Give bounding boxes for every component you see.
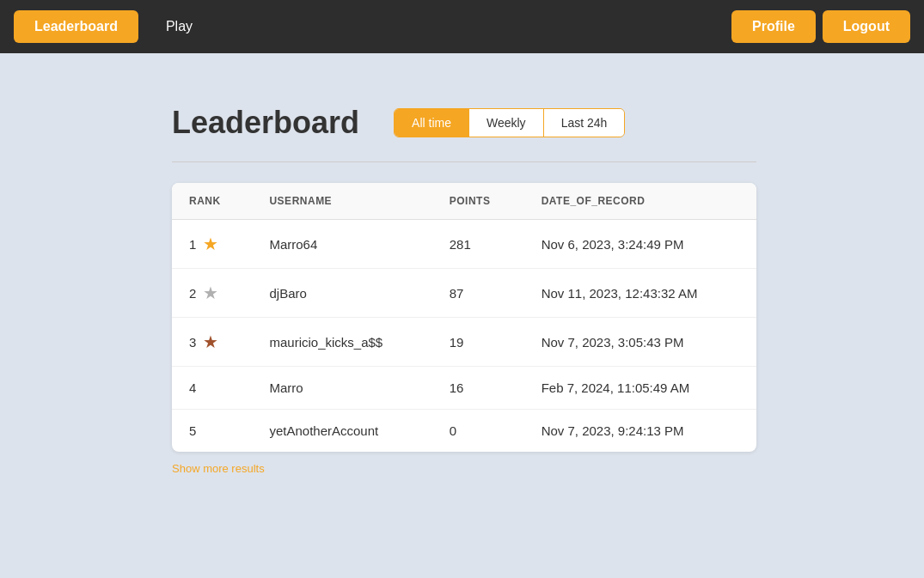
rank-number: 4 <box>189 380 196 395</box>
table-body: 1 ★ Marro64 281 Nov 6, 2023, 3:24:49 PM … <box>172 220 756 453</box>
cell-username: djBaro <box>252 269 431 318</box>
cell-rank: 4 <box>172 367 252 410</box>
cell-date: Feb 7, 2024, 11:05:49 AM <box>524 367 756 410</box>
leaderboard-nav-button[interactable]: Leaderboard <box>14 10 138 43</box>
header-row: RANK USERNAME POINTS DATE_OF_RECORD <box>172 183 756 220</box>
time-filter-group: All time Weekly Last 24h <box>394 108 625 137</box>
page-title: Leaderboard <box>172 105 359 141</box>
table-row: 4 Marro 16 Feb 7, 2024, 11:05:49 AM <box>172 367 756 410</box>
table-header: RANK USERNAME POINTS DATE_OF_RECORD <box>172 183 756 220</box>
table-row: 2 ★ djBaro 87 Nov 11, 2023, 12:43:32 AM <box>172 269 756 318</box>
cell-rank: 5 <box>172 410 252 453</box>
table-row: 3 ★ mauricio_kicks_a$$ 19 Nov 7, 2023, 3… <box>172 318 756 367</box>
silver-star-icon: ★ <box>203 283 218 303</box>
cell-username: yetAnotherAccount <box>252 410 431 453</box>
rank-number: 3 <box>189 335 196 350</box>
profile-button[interactable]: Profile <box>731 10 816 43</box>
col-username: USERNAME <box>252 183 431 220</box>
rank-number: 2 <box>189 286 196 301</box>
cell-points: 16 <box>432 367 524 410</box>
rank-number: 1 <box>189 237 196 252</box>
gold-star-icon: ★ <box>203 234 218 254</box>
main-content: Leaderboard All time Weekly Last 24h RAN… <box>0 53 924 510</box>
table-row: 1 ★ Marro64 281 Nov 6, 2023, 3:24:49 PM <box>172 220 756 269</box>
cell-rank: 3 ★ <box>172 318 252 367</box>
logout-button[interactable]: Logout <box>823 10 910 43</box>
cell-rank: 1 ★ <box>172 220 252 269</box>
leaderboard-table: RANK USERNAME POINTS DATE_OF_RECORD 1 ★ … <box>172 183 756 452</box>
bronze-star-icon: ★ <box>203 332 218 352</box>
cell-date: Nov 7, 2023, 3:05:43 PM <box>524 318 756 367</box>
show-more-link[interactable]: Show more results <box>172 462 265 475</box>
nav-right: Profile Logout <box>731 10 910 43</box>
table-container: RANK USERNAME POINTS DATE_OF_RECORD 1 ★ … <box>172 183 756 476</box>
cell-rank: 2 ★ <box>172 269 252 318</box>
leaderboard-header: Leaderboard All time Weekly Last 24h <box>172 105 924 141</box>
cell-points: 281 <box>432 220 524 269</box>
cell-points: 19 <box>432 318 524 367</box>
cell-date: Nov 11, 2023, 12:43:32 AM <box>524 269 756 318</box>
table-row: 5 yetAnotherAccount 0 Nov 7, 2023, 9:24:… <box>172 410 756 453</box>
cell-date: Nov 6, 2023, 3:24:49 PM <box>524 220 756 269</box>
cell-username: Marro <box>252 367 431 410</box>
filter-all-time[interactable]: All time <box>395 109 469 137</box>
filter-weekly[interactable]: Weekly <box>469 109 544 137</box>
cell-username: mauricio_kicks_a$$ <box>252 318 431 367</box>
nav-left: Leaderboard Play <box>14 10 213 43</box>
col-rank: RANK <box>172 183 252 220</box>
col-points: POINTS <box>432 183 524 220</box>
rank-number: 5 <box>189 423 196 438</box>
cell-points: 87 <box>432 269 524 318</box>
divider <box>172 161 756 162</box>
navbar: Leaderboard Play Profile Logout <box>0 0 924 53</box>
col-date: DATE_OF_RECORD <box>524 183 756 220</box>
filter-last24[interactable]: Last 24h <box>544 109 625 137</box>
cell-points: 0 <box>432 410 524 453</box>
play-nav-button[interactable]: Play <box>145 10 213 43</box>
cell-date: Nov 7, 2023, 9:24:13 PM <box>524 410 756 453</box>
cell-username: Marro64 <box>252 220 431 269</box>
